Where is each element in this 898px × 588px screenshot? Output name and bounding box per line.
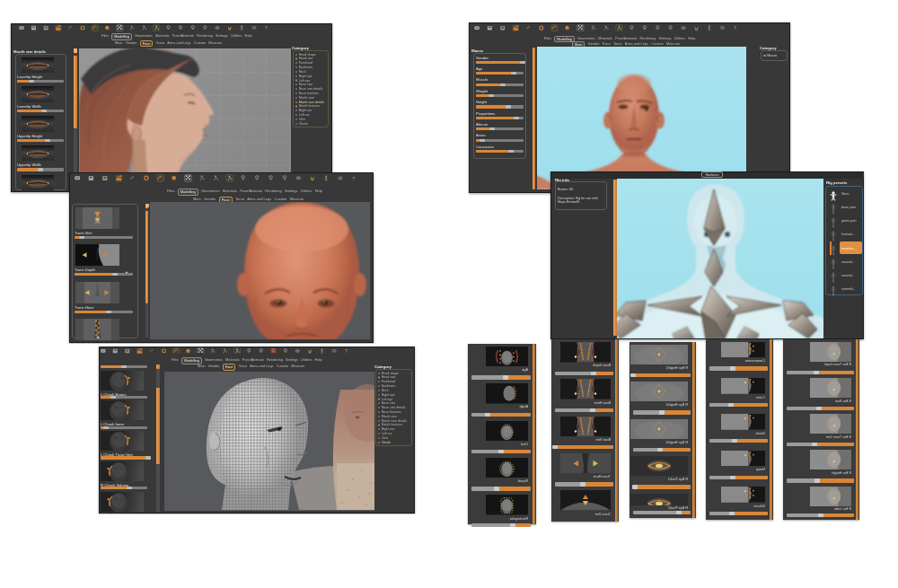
svg-text:?: ? — [734, 25, 737, 31]
svg-text:(II): (II) — [332, 349, 336, 353]
svg-text:?: ? — [265, 25, 269, 31]
svg-text:(II): (II) — [339, 177, 342, 180]
svg-text:(II): (II) — [720, 26, 724, 30]
svg-text:?: ? — [344, 348, 348, 354]
svg-text:?: ? — [352, 176, 356, 181]
svg-text:(II): (II) — [252, 26, 256, 30]
